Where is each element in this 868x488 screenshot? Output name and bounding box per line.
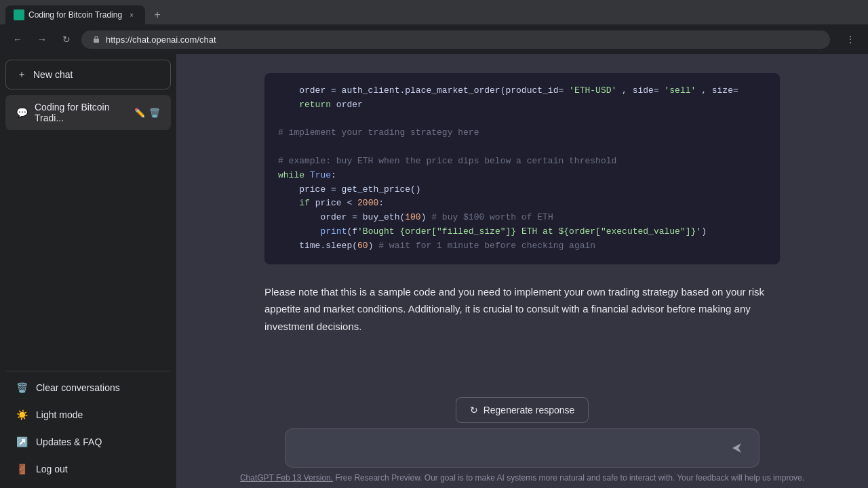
lock-icon <box>92 35 100 43</box>
clear-conversations-button[interactable]: 🗑️ Clear conversations <box>5 374 171 401</box>
chat-history-item[interactable]: 💬 Coding for Bitcoin Tradi... ✏️ 🗑️ <box>5 95 171 130</box>
refresh-button[interactable]: ↻ <box>57 30 76 49</box>
app: ＋ New chat 💬 Coding for Bitcoin Tradi...… <box>0 54 868 488</box>
main-content: order = auth_client.place_market_order(p… <box>176 54 868 488</box>
new-chat-label: New chat <box>33 69 73 80</box>
chat-icon: 💬 <box>16 107 28 118</box>
plus-icon: ＋ <box>17 68 26 81</box>
chat-input[interactable] <box>296 442 721 454</box>
regenerate-label: Regenerate response <box>484 405 575 415</box>
code-line: return order <box>278 98 766 113</box>
trash-icon: 🗑️ <box>16 382 28 393</box>
code-line: time.sleep(60) # wait for 1 minute befor… <box>278 239 766 253</box>
code-line: order = auth_client.place_market_order(p… <box>278 84 766 98</box>
light-mode-label: Light mode <box>36 409 83 420</box>
browser-chrome: Coding for Bitcoin Trading × + ← → ↻ htt… <box>0 0 868 54</box>
chat-item-actions: ✏️ 🗑️ <box>134 108 160 118</box>
chat-input-box[interactable] <box>285 428 760 468</box>
regenerate-button[interactable]: ↻ Regenerate response <box>456 397 589 423</box>
svg-point-0 <box>16 12 22 18</box>
forward-button[interactable]: → <box>33 30 52 49</box>
updates-faq-button[interactable]: ↗️ Updates & FAQ <box>5 428 171 455</box>
back-button[interactable]: ← <box>8 30 27 49</box>
clear-conversations-label: Clear conversations <box>36 382 120 393</box>
tab-favicon <box>14 9 24 20</box>
sun-icon: ☀️ <box>16 409 28 420</box>
new-tab-button[interactable]: + <box>148 5 167 24</box>
assistant-message: Please note that this is a sample code a… <box>264 270 780 349</box>
new-chat-button[interactable]: ＋ New chat <box>5 60 171 89</box>
edit-icon[interactable]: ✏️ <box>134 108 145 118</box>
light-mode-button[interactable]: ☀️ Light mode <box>5 401 171 428</box>
log-out-button[interactable]: 🚪 Log out <box>5 455 171 483</box>
sidebar: ＋ New chat 💬 Coding for Bitcoin Tradi...… <box>0 54 176 488</box>
footer-rest: Free Research Preview. Our goal is to ma… <box>333 473 804 483</box>
active-tab[interactable]: Coding for Bitcoin Trading × <box>5 5 145 24</box>
tab-title: Coding for Bitcoin Trading <box>28 10 122 20</box>
message-container: order = auth_client.place_market_order(p… <box>264 54 780 362</box>
regenerate-icon: ↻ <box>470 405 478 415</box>
footer-text: ChatGPT Feb 13 Version. Free Research Pr… <box>240 473 804 483</box>
code-line: if price < 2000: <box>278 197 766 211</box>
chat-area: order = auth_client.place_market_order(p… <box>176 54 868 386</box>
sidebar-spacer <box>5 130 171 368</box>
external-link-icon: ↗️ <box>16 436 28 447</box>
updates-faq-label: Updates & FAQ <box>36 436 102 447</box>
code-line <box>278 113 766 127</box>
delete-icon[interactable]: 🗑️ <box>149 108 160 118</box>
code-line: # implement your trading strategy here <box>278 126 766 140</box>
chat-item-title: Coding for Bitcoin Tradi... <box>35 102 127 123</box>
code-line: while True: <box>278 169 766 183</box>
address-bar: ← → ↻ https://chat.openai.com/chat ⋮ <box>0 24 868 54</box>
browser-actions: ⋮ <box>841 30 860 49</box>
extensions-button[interactable]: ⋮ <box>841 30 860 49</box>
logout-icon: 🚪 <box>16 464 28 474</box>
code-line: price = get_eth_price() <box>278 183 766 197</box>
sidebar-divider <box>5 371 171 371</box>
code-line <box>278 140 766 155</box>
send-icon <box>732 443 743 453</box>
message-text: Please note that this is a sample code a… <box>264 283 780 336</box>
code-line: order = buy_eth(100) # buy $100 worth of… <box>278 211 766 225</box>
svg-rect-1 <box>94 39 99 43</box>
footer-link[interactable]: ChatGPT Feb 13 Version. <box>240 473 333 483</box>
code-line: # example: buy ETH when the price dips b… <box>278 155 766 169</box>
input-area: ↻ Regenerate response ChatGPT Feb 13 Ver… <box>176 386 868 488</box>
tab-bar: Coding for Bitcoin Trading × + <box>0 0 868 24</box>
url-text: https://chat.openai.com/chat <box>106 35 819 45</box>
code-block: order = auth_client.place_market_order(p… <box>264 73 780 264</box>
log-out-label: Log out <box>36 464 68 474</box>
code-line: print(f'Bought {order["filled_size"]} ET… <box>278 225 766 239</box>
send-button[interactable] <box>726 437 748 459</box>
tab-close-button[interactable]: × <box>126 9 137 20</box>
url-bar[interactable]: https://chat.openai.com/chat <box>81 30 830 49</box>
code-content: order = auth_client.place_market_order(p… <box>264 73 780 264</box>
